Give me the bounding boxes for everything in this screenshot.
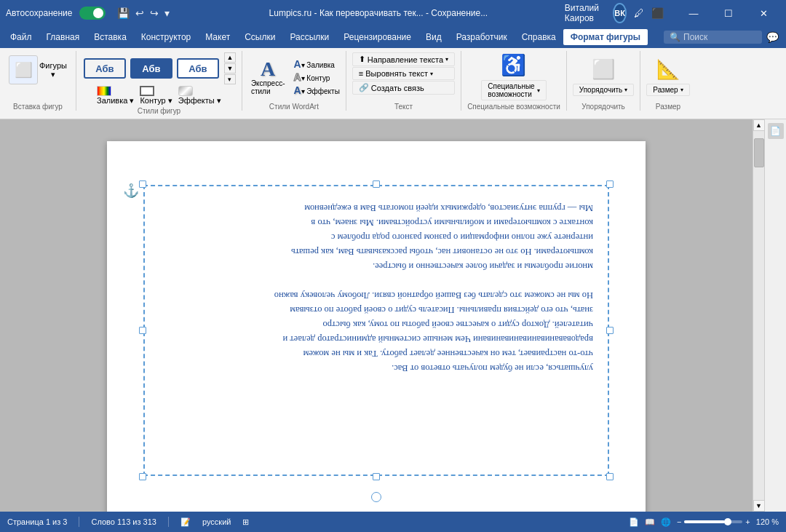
handle-top-middle[interactable] (373, 180, 380, 188)
handle-middle-right[interactable] (606, 327, 614, 334)
special-arrow: ▾ (537, 87, 540, 94)
scroll-track[interactable] (753, 131, 764, 500)
view-normal-icon[interactable]: 📄 (629, 517, 639, 527)
language[interactable]: русский (202, 517, 231, 526)
layout-icon[interactable]: ⊞ (242, 517, 249, 527)
arrange-icon: ⬜ (592, 58, 615, 81)
ribbon-icon[interactable]: 🖊 (634, 7, 644, 19)
autosave-label: Автосохранение (6, 8, 72, 18)
handle-bottom-right[interactable] (606, 473, 614, 480)
vertical-scrollbar: ▲ ▼ (753, 119, 764, 512)
align-text-btn[interactable]: ≡ Выровнять текст ▾ (352, 67, 455, 80)
shape-style-1[interactable]: Абв (84, 58, 126, 79)
menu-file[interactable]: Файл (3, 29, 39, 45)
shapes-label: Фигуры▾ (39, 61, 67, 79)
toggle-knob (93, 8, 103, 18)
maximize-button[interactable]: ☐ (712, 0, 745, 26)
comments-icon[interactable]: 💬 (766, 31, 779, 43)
align-text-icon: ≡ (359, 69, 363, 78)
menu-home[interactable]: Главная (39, 29, 87, 45)
style-scroll-down[interactable]: ▼ (224, 63, 236, 74)
text-direction-btn[interactable]: ⬆ Направление текста ▾ (352, 52, 455, 66)
insert-shapes-content: ⬜ Фигуры▾ (4, 52, 71, 101)
text-direction-icon: ⬆ (359, 55, 365, 64)
panel-icon-1[interactable]: 📄 (768, 123, 784, 139)
status-sep-2 (168, 517, 169, 527)
text-fill-btn[interactable]: A▾ Заливка (293, 58, 339, 70)
scroll-thumb[interactable] (754, 138, 764, 167)
menu-view[interactable]: Вид (418, 29, 449, 45)
handle-middle-left[interactable] (139, 327, 146, 334)
outline-btn[interactable]: Контур ▾ (140, 86, 172, 106)
zoom-plus-icon[interactable]: + (745, 517, 750, 526)
zoom-track[interactable] (684, 520, 742, 523)
search-input[interactable] (683, 32, 756, 42)
ribbon-group-insert-shapes: ⬜ Фигуры▾ Вставка фигур (0, 51, 76, 111)
proofing-icon[interactable]: 📝 (180, 517, 191, 527)
view-web-icon[interactable]: 🌐 (661, 517, 671, 527)
shape-styles-content: Абв Абв Абв ▲ ▼ ▾ (82, 52, 236, 84)
word-info[interactable]: Слово 113 из 313 (91, 517, 156, 526)
text-btn-group: ⬆ Направление текста ▾ ≡ Выровнять текст… (352, 52, 455, 95)
ribbon-group-special: ♿ Специальныевозможности ▾ Специальные в… (461, 51, 567, 111)
zoom-minus-icon[interactable]: − (677, 517, 681, 526)
style-scroll-up[interactable]: ▲ (224, 52, 236, 63)
user-avatar[interactable]: ВК (613, 3, 627, 23)
handle-top-left[interactable] (139, 180, 146, 188)
redo-icon[interactable]: ↪ (150, 7, 159, 19)
ribbon-group-shape-styles: Абв Абв Абв ▲ ▼ ▾ Заливка ▾ Контур ▾ (76, 51, 242, 111)
minimize-button[interactable]: — (677, 0, 710, 26)
text-effect-btn[interactable]: A▾ Эффекты (293, 84, 339, 96)
menu-review[interactable]: Рецензирование (336, 29, 418, 45)
text-outline-btn[interactable]: A▾ Контур (293, 71, 339, 83)
window-title: Lumpics.ru - Как переворачивать тек... -… (192, 8, 565, 18)
menu-layout[interactable]: Макет (198, 29, 237, 45)
search-box[interactable]: 🔍 (664, 31, 762, 44)
menu-mailings[interactable]: Рассылки (282, 29, 336, 45)
page-info[interactable]: Страница 1 из 3 (7, 517, 67, 526)
handle-bottom-middle[interactable] (373, 473, 380, 480)
shape-style-2[interactable]: Абв (130, 58, 172, 79)
close-button[interactable]: ✕ (747, 0, 780, 26)
menu-help[interactable]: Справка (515, 29, 563, 45)
menu-design[interactable]: Конструктор (134, 29, 198, 45)
menu-insert[interactable]: Вставка (87, 29, 134, 45)
style-row-1: Абв Абв Абв (82, 57, 221, 80)
size-dropdown-btn[interactable]: Размер ▾ (646, 84, 689, 96)
menu-developer[interactable]: Разработчик (449, 29, 515, 45)
insert-shapes-label: Вставка фигур (4, 103, 71, 111)
restore-ribbon-icon[interactable]: ⬛ (651, 7, 664, 19)
menu-references[interactable]: Ссылки (237, 29, 282, 45)
scroll-up-arrow[interactable]: ▲ (753, 119, 765, 131)
handle-bottom-left[interactable] (139, 473, 146, 480)
text-box[interactable]: ⚓ улучшаться, если не будем получать отв… (143, 185, 609, 476)
status-sep-1 (79, 517, 79, 527)
wordart-btn[interactable]: A Экспресс-стили (248, 56, 288, 98)
zoom-slider[interactable]: − + (677, 517, 750, 526)
menu-bar: Файл Главная Вставка Конструктор Макет С… (0, 26, 786, 48)
special-dropdown-btn[interactable]: Специальныевозможности ▾ (481, 80, 546, 100)
scroll-down-arrow[interactable]: ▼ (753, 500, 765, 512)
save-icon[interactable]: 💾 (117, 7, 130, 19)
autosave-toggle[interactable] (79, 7, 106, 20)
create-link-btn[interactable]: 🔗 Создать связь (352, 81, 455, 95)
anchor-icon: ⚓ (123, 183, 139, 199)
view-read-icon[interactable]: 📖 (645, 517, 655, 527)
handle-top-right[interactable] (606, 180, 614, 188)
shapes-button[interactable]: ⬜ Фигуры▾ (4, 52, 71, 87)
undo-icon[interactable]: ↩ (135, 7, 144, 19)
special-label: Специальные возможности (467, 103, 560, 111)
doc-container: ⚓ улучшаться, если не будем получать отв… (0, 119, 786, 512)
rotate-handle[interactable] (371, 492, 381, 502)
ribbon: ⬜ Фигуры▾ Вставка фигур Абв Абв Абв ▲ ▼ … (0, 48, 786, 119)
ribbon-group-size: 📐 Размер ▾ Размер (640, 51, 695, 111)
effects-btn[interactable]: Эффекты ▾ (178, 86, 221, 106)
style-scroll-expand[interactable]: ▾ (224, 74, 236, 84)
fill-color-btn[interactable]: Заливка ▾ (97, 86, 134, 106)
right-panel: 📄 (764, 119, 786, 512)
shape-style-3[interactable]: Абв (177, 58, 219, 79)
zoom-level[interactable]: 120 % (756, 517, 779, 526)
menu-format-shape[interactable]: Формат фигуры (563, 29, 648, 45)
customize-icon[interactable]: ▾ (164, 7, 170, 19)
arrange-dropdown-btn[interactable]: Упорядочить ▾ (573, 84, 635, 96)
